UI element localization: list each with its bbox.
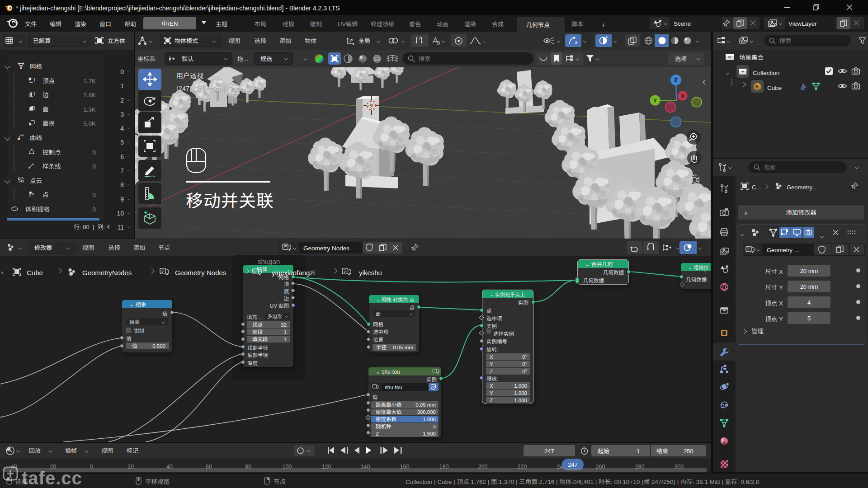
- svg-text:X: X: [681, 93, 684, 99]
- svg-text:Y: Y: [653, 98, 657, 104]
- svg-text:Z: Z: [674, 77, 677, 84]
